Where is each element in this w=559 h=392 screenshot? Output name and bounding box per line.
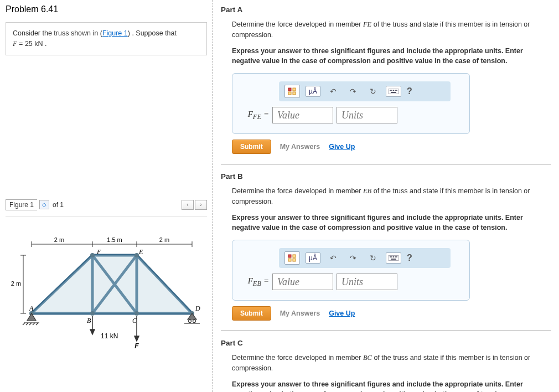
force-value: = 25 kN .: [17, 40, 47, 48]
svg-marker-37: [90, 329, 95, 334]
undo-icon[interactable]: ↶: [326, 251, 340, 265]
svg-point-23: [90, 253, 95, 257]
svg-point-20: [90, 311, 95, 316]
svg-point-34: [193, 319, 196, 322]
give-up-link[interactable]: Give Up: [329, 310, 355, 317]
redo-icon[interactable]: ↷: [346, 251, 360, 265]
svg-rect-49: [396, 90, 397, 91]
svg-rect-43: [293, 92, 296, 95]
figure-next-button[interactable]: ›: [195, 200, 207, 210]
answer-input-row: FEB =: [240, 274, 462, 290]
submit-row: Submit My Answers Give Up: [232, 306, 551, 321]
dim-label: 2 m: [11, 280, 21, 287]
help-button[interactable]: ?: [407, 86, 412, 96]
answer-variable-label: FFE =: [240, 110, 269, 121]
node-label: A: [29, 305, 34, 312]
dim-label: 1.5 m: [107, 236, 122, 243]
reset-icon[interactable]: ↻: [366, 251, 380, 265]
separator: [221, 331, 551, 331]
redo-icon[interactable]: ↷: [346, 85, 360, 98]
svg-rect-53: [288, 259, 291, 261]
figure-navigation-bar: Figure 1 ◇ of 1 ‹ ›: [6, 199, 207, 210]
svg-rect-44: [389, 89, 398, 94]
part-b: Part B Determine the force developed in …: [221, 172, 551, 321]
consider-text-pre: Consider the truss shown in (: [13, 29, 102, 37]
part-description: Determine the force developed in member …: [232, 19, 551, 40]
svg-rect-50: [391, 92, 396, 93]
my-answers-label: My Answers: [280, 310, 320, 317]
svg-point-24: [134, 253, 139, 257]
keyboard-icon[interactable]: [386, 252, 401, 264]
my-answers-label: My Answers: [280, 143, 320, 151]
load-label: 11 kN: [101, 332, 118, 340]
answer-box: µÅ ↶ ↷ ↻ ? FFE =: [232, 73, 470, 134]
dim-label: 2 m: [159, 236, 169, 243]
answer-variable-label: FEB =: [240, 276, 269, 288]
force-variable: F: [13, 40, 17, 48]
svg-rect-58: [393, 256, 394, 257]
part-instructions: Express your answer to three significant…: [232, 379, 551, 393]
svg-rect-57: [391, 256, 392, 257]
part-c: Part C Determine the force developed in …: [221, 339, 551, 392]
left-panel: Problem 6.41 Consider the truss shown in…: [0, 0, 213, 392]
figure-link[interactable]: Figure 1: [102, 29, 128, 37]
svg-rect-42: [288, 92, 291, 95]
part-a: Part A Determine the force developed in …: [221, 6, 551, 154]
part-title: Part A: [221, 6, 551, 14]
part-title: Part B: [221, 172, 551, 180]
consider-text-post: ) . Suppose that: [128, 29, 177, 37]
svg-rect-54: [293, 259, 296, 261]
node-label: D: [195, 305, 200, 312]
part-description: Determine the force developed in member …: [232, 353, 551, 374]
templates-button[interactable]: [284, 251, 300, 265]
give-up-link[interactable]: Give Up: [329, 143, 355, 151]
right-panel: Part A Determine the force developed in …: [213, 0, 559, 392]
part-instructions: Express your answer to three significant…: [232, 46, 551, 67]
figure-spinner[interactable]: ◇: [39, 200, 49, 209]
value-input[interactable]: [272, 274, 333, 290]
undo-icon[interactable]: ↶: [326, 85, 340, 98]
svg-rect-52: [293, 255, 296, 257]
figure-count: of 1: [53, 201, 64, 209]
part-title: Part C: [221, 339, 551, 347]
figure-prev-button[interactable]: ‹: [182, 200, 194, 210]
help-button[interactable]: ?: [407, 253, 412, 263]
part-instructions: Express your answer to three significant…: [232, 213, 551, 234]
problem-statement: Consider the truss shown in (Figure 1) .…: [6, 22, 207, 55]
node-label: B: [87, 317, 91, 324]
svg-rect-41: [293, 88, 296, 91]
value-input[interactable]: [272, 107, 333, 123]
submit-button[interactable]: Submit: [232, 306, 271, 321]
svg-rect-48: [395, 90, 396, 91]
templates-button[interactable]: [284, 85, 300, 98]
answer-box: µÅ ↶ ↷ ↻ ? FEB =: [232, 240, 470, 301]
svg-marker-39: [134, 336, 139, 341]
figure-selector-label: Figure 1: [6, 199, 37, 210]
problem-title: Problem 6.41: [6, 4, 207, 14]
answer-toolbar: µÅ ↶ ↷ ↻ ?: [279, 248, 451, 268]
fraction-icon: [288, 254, 297, 262]
part-description: Determine the force developed in member …: [232, 186, 551, 207]
answer-toolbar: µÅ ↶ ↷ ↻ ?: [279, 81, 451, 101]
svg-rect-59: [395, 256, 396, 257]
svg-rect-46: [391, 90, 392, 91]
svg-rect-61: [391, 259, 396, 260]
svg-rect-40: [288, 88, 291, 91]
units-picker-button[interactable]: µÅ: [306, 86, 320, 97]
units-picker-button[interactable]: µÅ: [306, 252, 320, 264]
reset-icon[interactable]: ↻: [366, 85, 380, 98]
svg-point-21: [134, 311, 139, 316]
answer-input-row: FFE =: [240, 107, 462, 123]
node-label: F: [96, 248, 101, 256]
submit-button[interactable]: Submit: [232, 140, 271, 154]
load-label: F: [134, 342, 139, 350]
svg-rect-47: [393, 90, 394, 91]
svg-rect-56: [390, 256, 391, 257]
keyboard-icon[interactable]: [386, 86, 401, 97]
units-input[interactable]: [337, 107, 397, 123]
svg-rect-60: [396, 256, 397, 257]
units-input[interactable]: [337, 274, 397, 290]
truss-svg: 2 m 1.5 m 2 m 2 m: [9, 228, 203, 355]
svg-point-33: [189, 319, 191, 322]
svg-rect-45: [390, 90, 391, 91]
